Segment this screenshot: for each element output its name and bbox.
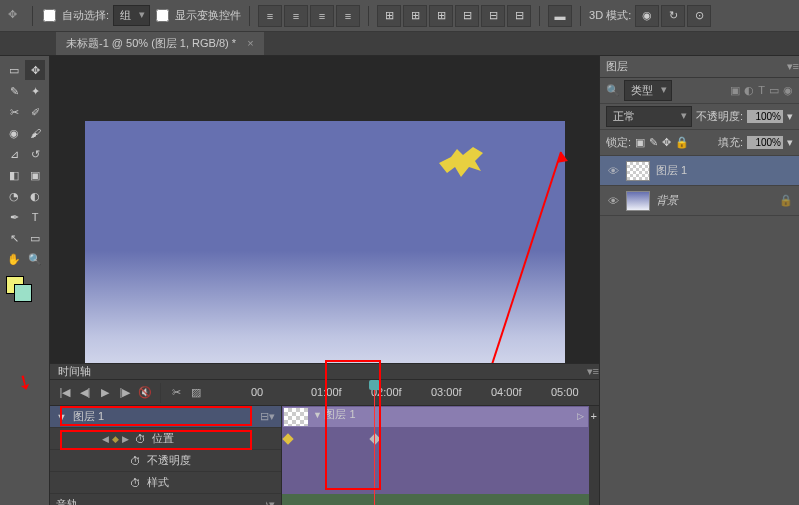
stopwatch-icon[interactable]: ⏱ bbox=[130, 477, 141, 489]
show-transform-checkbox[interactable] bbox=[156, 9, 169, 22]
zoom-tool[interactable]: 🔍 bbox=[25, 249, 45, 269]
align-btn[interactable]: ≡ bbox=[310, 5, 334, 27]
position-track[interactable] bbox=[282, 428, 589, 450]
expand-icon[interactable]: ▼ bbox=[56, 411, 67, 423]
pen-tool[interactable]: ✒ bbox=[4, 207, 24, 227]
timeline-layer-row[interactable]: ▼ 图层 1 ⊟▾ bbox=[50, 406, 281, 428]
next-frame-button[interactable]: |▶ bbox=[116, 384, 134, 402]
close-icon[interactable]: × bbox=[247, 37, 253, 49]
lock-icon[interactable]: ▣ bbox=[635, 136, 645, 149]
layer-name[interactable]: 背景 bbox=[656, 193, 678, 208]
blend-mode-dropdown[interactable]: 正常 bbox=[606, 106, 692, 127]
link-icon[interactable]: ⊟▾ bbox=[260, 410, 275, 423]
eyedropper-tool[interactable]: ✐ bbox=[25, 102, 45, 122]
document-tab[interactable]: 未标题-1 @ 50% (图层 1, RGB/8) * × bbox=[56, 32, 264, 55]
filter-icon[interactable]: ◉ bbox=[783, 84, 793, 97]
kf-toggle-icon[interactable]: ◆ bbox=[112, 434, 119, 444]
crop-tool[interactable]: ✂ bbox=[4, 102, 24, 122]
layers-tab[interactable]: 图层 bbox=[606, 59, 628, 74]
play-button[interactable]: ▶ bbox=[96, 384, 114, 402]
clip-end-icon[interactable]: ▷ bbox=[577, 411, 584, 421]
panel-menu-icon[interactable]: ▾≡ bbox=[787, 60, 799, 73]
filter-icon[interactable]: ▣ bbox=[730, 84, 740, 97]
lasso-tool[interactable]: ✎ bbox=[4, 81, 24, 101]
dist-btn[interactable]: ⊟ bbox=[455, 5, 479, 27]
annotation-arrow-icon: ▲ bbox=[551, 145, 572, 169]
style-prop-row[interactable]: ⏱ 样式 bbox=[50, 472, 281, 494]
opacity-value[interactable]: 100% bbox=[747, 110, 783, 123]
video-clip[interactable]: ▼ 图层 1 ▷ bbox=[282, 406, 589, 428]
filter-icon[interactable]: T bbox=[758, 84, 765, 97]
prev-kf-icon[interactable]: ◀ bbox=[102, 434, 109, 444]
prev-frame-button[interactable]: ◀| bbox=[76, 384, 94, 402]
shape-tool[interactable]: ▭ bbox=[25, 228, 45, 248]
timeline-tracks[interactable]: ▼ 图层 1 ▷ + bbox=[282, 406, 599, 505]
marquee-tool[interactable]: ▭ bbox=[4, 60, 24, 80]
blur-tool[interactable]: ◔ bbox=[4, 186, 24, 206]
stamp-tool[interactable]: ⊿ bbox=[4, 144, 24, 164]
layer-name[interactable]: 图层 1 bbox=[656, 163, 687, 178]
transition-button[interactable]: ▨ bbox=[187, 384, 205, 402]
options-bar: ✥ 自动选择: 组 显示变换控件 ≡ ≡ ≡ ≡ ⊞ ⊞ ⊞ ⊟ ⊟ ⊟ ▬ 3… bbox=[0, 0, 799, 32]
3d-btn[interactable]: ◉ bbox=[635, 5, 659, 27]
opacity-prop-row[interactable]: ⏱ 不透明度 bbox=[50, 450, 281, 472]
audio-track[interactable] bbox=[282, 494, 589, 505]
align-btn[interactable]: ≡ bbox=[284, 5, 308, 27]
lock-icon[interactable]: ✥ bbox=[662, 136, 671, 149]
auto-select-checkbox[interactable] bbox=[43, 9, 56, 22]
filter-icon[interactable]: ◐ bbox=[744, 84, 754, 97]
split-button[interactable]: ✂ bbox=[167, 384, 185, 402]
dist-btn[interactable]: ⊞ bbox=[403, 5, 427, 27]
bg-color[interactable] bbox=[14, 284, 32, 302]
fill-value[interactable]: 100% bbox=[747, 136, 783, 149]
color-swatches[interactable] bbox=[4, 276, 45, 306]
eraser-tool[interactable]: ◧ bbox=[4, 165, 24, 185]
hand-tool[interactable]: ✋ bbox=[4, 249, 24, 269]
add-track-button[interactable]: + bbox=[589, 408, 599, 424]
brush-tool[interactable]: 🖌 bbox=[25, 123, 45, 143]
layer-btn[interactable]: ▬ bbox=[548, 5, 572, 27]
audio-icon[interactable]: ♪▾ bbox=[264, 498, 276, 505]
move-tool[interactable]: ✥ bbox=[25, 60, 45, 80]
bucket-tool[interactable]: ▣ bbox=[25, 165, 45, 185]
stopwatch-icon[interactable]: ⏱ bbox=[135, 433, 146, 445]
heal-tool[interactable]: ◉ bbox=[4, 123, 24, 143]
style-track[interactable] bbox=[282, 472, 589, 494]
tools-panel: ▭ ✥ ✎ ✦ ✂ ✐ ◉ 🖌 ⊿ ↺ ◧ ▣ ◔ ◐ ✒ T ↖ ▭ ✋ 🔍 bbox=[0, 56, 50, 505]
position-prop-row[interactable]: ◀◆▶ ⏱ 位置 bbox=[50, 428, 281, 450]
next-kf-icon[interactable]: ▶ bbox=[122, 434, 129, 444]
layer-row[interactable]: 👁 背景 🔒 bbox=[600, 186, 799, 216]
first-frame-button[interactable]: |◀ bbox=[56, 384, 74, 402]
path-tool[interactable]: ↖ bbox=[4, 228, 24, 248]
filter-icon[interactable]: ▭ bbox=[769, 84, 779, 97]
dist-btn[interactable]: ⊞ bbox=[429, 5, 453, 27]
history-brush-tool[interactable]: ↺ bbox=[25, 144, 45, 164]
dist-btn[interactable]: ⊟ bbox=[481, 5, 505, 27]
filter-type-dropdown[interactable]: 类型 bbox=[624, 80, 672, 101]
lock-icon[interactable]: 🔒 bbox=[675, 136, 689, 149]
panel-menu-icon[interactable]: ▾≡ bbox=[587, 365, 599, 378]
type-tool[interactable]: T bbox=[25, 207, 45, 227]
lock-icon[interactable]: ✎ bbox=[649, 136, 658, 149]
stopwatch-icon[interactable]: ⏱ bbox=[130, 455, 141, 467]
layer-row[interactable]: 👁 图层 1 bbox=[600, 156, 799, 186]
time-ruler[interactable]: 00 01:00f 02:00f 03:00f 04:00f 05:00 bbox=[251, 380, 599, 406]
align-btn[interactable]: ≡ bbox=[258, 5, 282, 27]
opacity-label: 不透明度: bbox=[696, 109, 743, 124]
auto-select-dropdown[interactable]: 组 bbox=[113, 5, 150, 26]
3d-btn[interactable]: ⊙ bbox=[687, 5, 711, 27]
wand-tool[interactable]: ✦ bbox=[25, 81, 45, 101]
dist-btn[interactable]: ⊟ bbox=[507, 5, 531, 27]
opacity-track[interactable] bbox=[282, 450, 589, 472]
auto-select-label: 自动选择: bbox=[62, 8, 109, 23]
timeline-tab[interactable]: 时间轴 bbox=[58, 364, 91, 379]
playhead[interactable] bbox=[374, 380, 375, 505]
dist-btn[interactable]: ⊞ bbox=[377, 5, 401, 27]
mute-button[interactable]: 🔇 bbox=[136, 384, 154, 402]
visibility-icon[interactable]: 👁 bbox=[606, 165, 620, 177]
3d-btn[interactable]: ↻ bbox=[661, 5, 685, 27]
align-btn[interactable]: ≡ bbox=[336, 5, 360, 27]
visibility-icon[interactable]: 👁 bbox=[606, 195, 620, 207]
dodge-tool[interactable]: ◐ bbox=[25, 186, 45, 206]
audio-track-row[interactable]: 音轨 ♪▾ bbox=[50, 494, 281, 505]
